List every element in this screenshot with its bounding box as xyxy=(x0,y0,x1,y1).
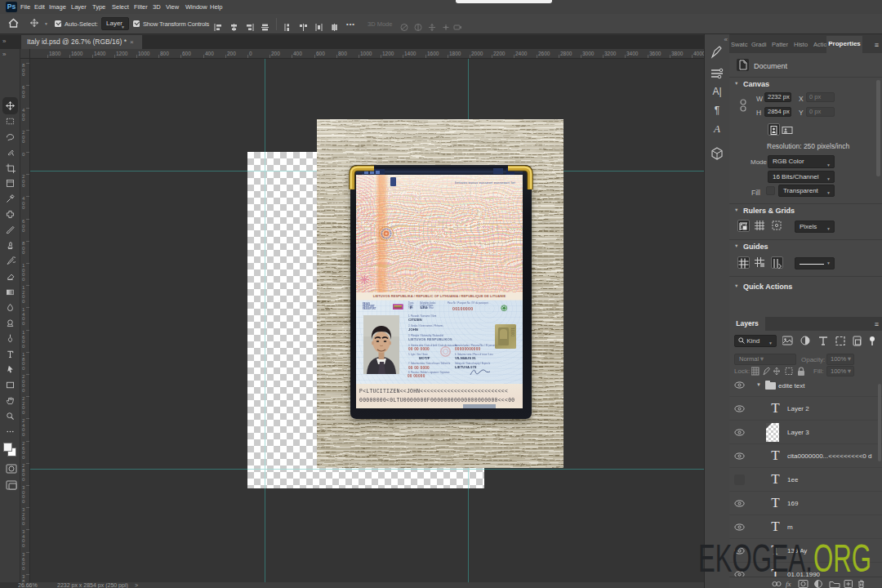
svg-text:ORG: ORG xyxy=(813,537,871,577)
svg-text:fx: fx xyxy=(786,580,791,588)
svg-text:EKOGEA.: EKOGEA. xyxy=(698,537,813,577)
